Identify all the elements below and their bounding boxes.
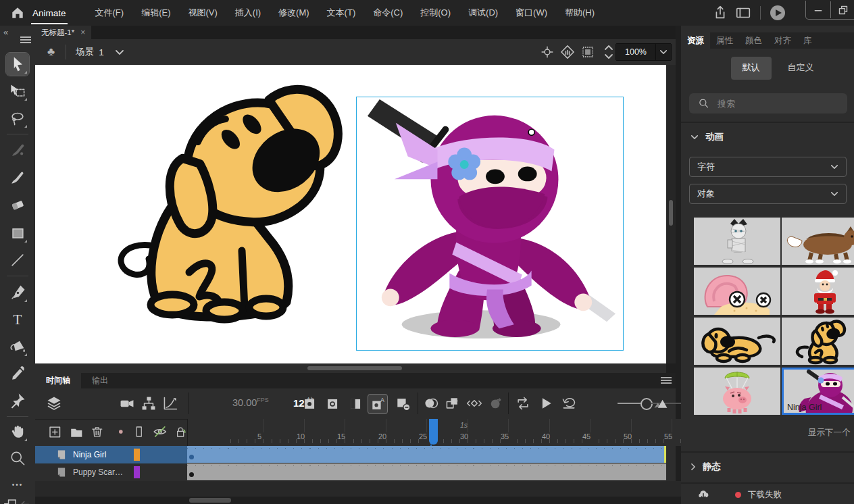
stage-horizontal-scrollbar[interactable] xyxy=(35,363,666,373)
horizontal-scroll-thumb[interactable] xyxy=(307,366,402,370)
rotate-stage-button[interactable] xyxy=(557,43,578,61)
fps-display[interactable]: 30.00FPS xyxy=(232,397,269,408)
insert-blank-keyframe-button[interactable] xyxy=(323,394,342,413)
home-button[interactable] xyxy=(8,3,27,22)
app-name[interactable]: Animate xyxy=(31,2,68,24)
selection-bounding-box[interactable] xyxy=(356,97,624,351)
text-tool[interactable]: T xyxy=(6,308,29,331)
tab-timeline[interactable]: 时间轴 xyxy=(35,373,81,388)
graph-editor-button[interactable] xyxy=(161,394,180,413)
timeline-scroll-thumb[interactable] xyxy=(189,498,231,503)
new-layer-button[interactable] xyxy=(47,424,63,440)
close-tab-button[interactable]: × xyxy=(80,28,85,37)
layer-row-ninja-girl[interactable]: Ninja Girl xyxy=(35,446,187,463)
mode-custom-button[interactable]: 自定义 xyxy=(784,57,818,80)
center-stage-button[interactable] xyxy=(537,43,557,61)
motion-editor-button[interactable] xyxy=(486,394,505,413)
tab-align[interactable]: 对齐 xyxy=(768,32,797,49)
layer-color-swatch[interactable] xyxy=(134,466,140,478)
zoom-dropdown-button[interactable] xyxy=(655,44,671,60)
asset-thumb-ninja-girl[interactable]: Ninja Girl xyxy=(782,368,854,415)
filter-objects-select[interactable]: 对象 xyxy=(689,184,847,204)
lock-layers-button[interactable] xyxy=(174,424,187,439)
tab-color[interactable]: 颜色 xyxy=(739,32,768,49)
timeline-panel-menu-icon[interactable] xyxy=(661,377,672,384)
layer-name[interactable]: Puppy Scar… xyxy=(73,468,132,477)
menu-insert[interactable]: 插入(I) xyxy=(226,0,270,26)
collapse-panel-button[interactable]: « xyxy=(3,27,8,37)
mode-default-button[interactable]: 默认 xyxy=(731,57,772,80)
timeline-ruler[interactable]: 1s 5 10 15 20 25 30 35 40 45 50 55 xyxy=(187,419,702,446)
menu-text[interactable]: 文本(T) xyxy=(318,0,365,26)
menu-window[interactable]: 窗口(W) xyxy=(507,0,556,26)
highlight-layers-button[interactable] xyxy=(115,426,127,438)
scene-dropdown-chevron-icon[interactable] xyxy=(115,49,124,55)
paint-bucket-tool[interactable] xyxy=(6,335,29,358)
outline-layers-button[interactable] xyxy=(132,424,146,439)
asset-thumb-snail[interactable] xyxy=(694,268,780,315)
selection-tool[interactable] xyxy=(6,53,29,76)
eyedropper-tool[interactable] xyxy=(6,362,29,385)
remove-frame-button[interactable] xyxy=(393,394,412,413)
timeline-horizontal-scrollbar[interactable] xyxy=(35,497,676,504)
show-next-link[interactable]: 显示下一个 xyxy=(808,427,851,438)
menu-control[interactable]: 控制(O) xyxy=(411,0,459,26)
workspace-button[interactable] xyxy=(732,3,755,23)
menu-view[interactable]: 视图(V) xyxy=(179,0,226,26)
menu-commands[interactable]: 命令(C) xyxy=(364,0,411,26)
subselection-transform-tool[interactable] xyxy=(6,80,29,103)
menu-help[interactable]: 帮助(H) xyxy=(556,0,603,26)
section-static-header[interactable]: 静态 xyxy=(690,461,721,473)
asset-thumb-pig-parachute[interactable] xyxy=(694,368,780,415)
asset-thumb-puppy-sitting[interactable] xyxy=(782,318,854,365)
pen-tool[interactable] xyxy=(6,281,29,304)
tab-assets[interactable]: 资源 xyxy=(681,32,710,49)
loop-playback-button[interactable] xyxy=(513,394,532,413)
eraser-tool[interactable] xyxy=(6,193,29,216)
search-input[interactable] xyxy=(716,98,834,109)
line-tool[interactable] xyxy=(6,249,29,272)
share-button[interactable] xyxy=(709,3,732,23)
transform-point[interactable] xyxy=(528,129,534,135)
fit-timeline-button[interactable] xyxy=(651,394,670,413)
asset-thumb-puppy-lying[interactable] xyxy=(694,318,780,365)
menu-debug[interactable]: 调试(D) xyxy=(459,0,507,26)
layer-color-swatch[interactable] xyxy=(134,449,140,461)
layer-row-puppy[interactable]: Puppy Scar… xyxy=(35,463,187,481)
zoom-tool[interactable] xyxy=(6,447,29,470)
stage-vertical-scrollbar[interactable] xyxy=(666,65,676,363)
playhead-marker[interactable] xyxy=(429,419,438,445)
test-movie-button[interactable] xyxy=(766,3,789,23)
camera-button[interactable] xyxy=(118,394,136,413)
layer-parenting-button[interactable] xyxy=(139,394,158,413)
tab-output[interactable]: 输出 xyxy=(81,373,119,388)
keyframe-dot[interactable] xyxy=(189,455,194,459)
layers-view-button[interactable] xyxy=(45,394,64,413)
stage-canvas[interactable] xyxy=(35,65,666,363)
new-folder-button[interactable] xyxy=(69,424,84,440)
menu-modify[interactable]: 修改(M) xyxy=(270,0,318,26)
asset-search-box[interactable] xyxy=(689,93,847,114)
frame-span-ninja-girl[interactable] xyxy=(187,446,666,463)
filter-characters-select[interactable]: 字符 xyxy=(689,157,847,177)
timeline-zoom-track-left[interactable] xyxy=(618,403,640,404)
rewind-button[interactable] xyxy=(559,394,578,413)
insert-frame-button[interactable] xyxy=(346,394,365,413)
rectangle-tool[interactable] xyxy=(6,222,29,245)
hand-tool[interactable] xyxy=(6,420,29,443)
document-tab[interactable]: 无标题-1* × xyxy=(35,26,91,39)
menu-file[interactable]: 文件(F) xyxy=(86,0,133,26)
keyframe-dot[interactable] xyxy=(189,472,194,477)
classic-brush-tool[interactable] xyxy=(6,166,29,189)
asset-warp-pin-tool[interactable] xyxy=(6,389,29,412)
restore-button[interactable] xyxy=(831,1,854,18)
frame-span-puppy[interactable] xyxy=(187,463,666,481)
asset-thumb-mummy[interactable] xyxy=(694,218,780,265)
tools-panel-menu-icon[interactable] xyxy=(20,36,31,43)
play-button[interactable] xyxy=(536,394,555,413)
clip-content-button[interactable] xyxy=(578,43,598,61)
delete-layer-button[interactable] xyxy=(90,424,105,439)
create-tween-button[interactable] xyxy=(465,394,484,413)
ninja-girl-artwork[interactable] xyxy=(357,97,622,349)
undo-button[interactable] xyxy=(15,495,38,504)
